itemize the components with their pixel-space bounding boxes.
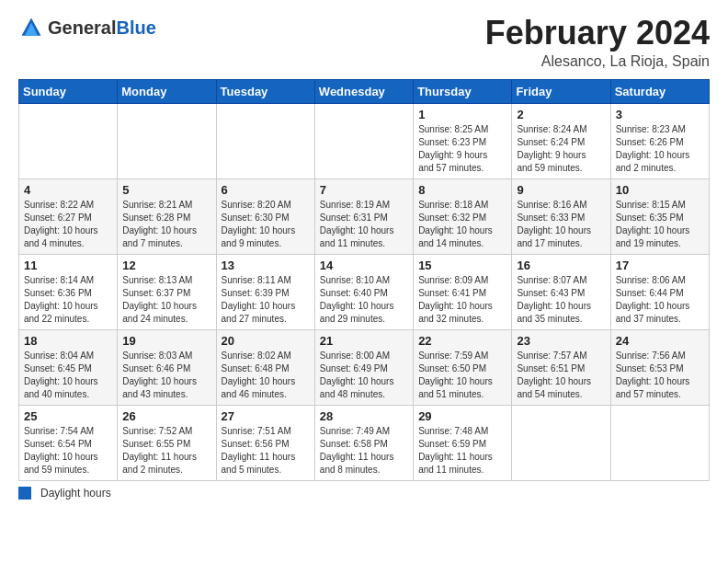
day-number: 19 bbox=[122, 334, 210, 348]
day-number: 23 bbox=[517, 334, 605, 348]
calendar-cell: 3Sunrise: 8:23 AM Sunset: 6:26 PM Daylig… bbox=[610, 103, 709, 178]
day-info: Sunrise: 8:06 AM Sunset: 6:44 PM Dayligh… bbox=[616, 274, 704, 326]
calendar-cell: 4Sunrise: 8:22 AM Sunset: 6:27 PM Daylig… bbox=[19, 178, 118, 254]
day-info: Sunrise: 7:48 AM Sunset: 6:59 PM Dayligh… bbox=[418, 425, 506, 477]
day-info: Sunrise: 8:04 AM Sunset: 6:45 PM Dayligh… bbox=[24, 350, 112, 401]
day-info: Sunrise: 8:11 AM Sunset: 6:39 PM Dayligh… bbox=[222, 274, 310, 326]
calendar-cell bbox=[512, 405, 610, 480]
day-header-thursday: Thursday bbox=[414, 79, 512, 103]
day-info: Sunrise: 8:10 AM Sunset: 6:40 PM Dayligh… bbox=[320, 274, 408, 326]
calendar-cell: 27Sunrise: 7:51 AM Sunset: 6:56 PM Dayli… bbox=[216, 405, 314, 480]
day-info: Sunrise: 7:49 AM Sunset: 6:58 PM Dayligh… bbox=[320, 425, 408, 477]
day-info: Sunrise: 8:15 AM Sunset: 6:35 PM Dayligh… bbox=[616, 199, 704, 250]
day-number: 10 bbox=[616, 183, 704, 197]
calendar-cell: 24Sunrise: 7:56 AM Sunset: 6:53 PM Dayli… bbox=[610, 329, 709, 405]
calendar-cell: 18Sunrise: 8:04 AM Sunset: 6:45 PM Dayli… bbox=[19, 329, 118, 405]
page: GeneralBlue February 2024 Alesanco, La R… bbox=[0, 0, 728, 563]
day-number: 15 bbox=[418, 259, 506, 272]
logo: GeneralBlue bbox=[18, 15, 156, 40]
day-info: Sunrise: 7:59 AM Sunset: 6:50 PM Dayligh… bbox=[418, 350, 506, 401]
day-info: Sunrise: 8:16 AM Sunset: 6:33 PM Dayligh… bbox=[517, 199, 605, 250]
day-number: 6 bbox=[222, 183, 310, 197]
calendar-cell bbox=[118, 103, 216, 178]
day-info: Sunrise: 8:03 AM Sunset: 6:46 PM Dayligh… bbox=[122, 350, 210, 401]
calendar-cell bbox=[19, 103, 118, 178]
calendar-cell: 11Sunrise: 8:14 AM Sunset: 6:36 PM Dayli… bbox=[19, 254, 118, 329]
calendar-cell: 5Sunrise: 8:21 AM Sunset: 6:28 PM Daylig… bbox=[118, 178, 216, 254]
day-number: 14 bbox=[320, 259, 408, 272]
calendar-cell: 17Sunrise: 8:06 AM Sunset: 6:44 PM Dayli… bbox=[610, 254, 709, 329]
calendar-cell: 25Sunrise: 7:54 AM Sunset: 6:54 PM Dayli… bbox=[19, 405, 118, 480]
calendar-cell: 9Sunrise: 8:16 AM Sunset: 6:33 PM Daylig… bbox=[512, 178, 610, 254]
day-number: 18 bbox=[24, 334, 112, 348]
day-info: Sunrise: 8:13 AM Sunset: 6:37 PM Dayligh… bbox=[122, 274, 210, 326]
day-header-tuesday: Tuesday bbox=[216, 79, 314, 103]
logo-blue-text: Blue bbox=[116, 17, 155, 38]
calendar-cell: 14Sunrise: 8:10 AM Sunset: 6:40 PM Dayli… bbox=[314, 254, 413, 329]
day-number: 22 bbox=[418, 334, 506, 348]
logo-general-text: General bbox=[48, 17, 116, 38]
calendar-cell: 16Sunrise: 8:07 AM Sunset: 6:43 PM Dayli… bbox=[512, 254, 610, 329]
calendar-table: SundayMondayTuesdayWednesdayThursdayFrid… bbox=[18, 79, 710, 481]
day-number: 9 bbox=[517, 183, 605, 197]
day-info: Sunrise: 8:09 AM Sunset: 6:41 PM Dayligh… bbox=[418, 274, 506, 326]
day-info: Sunrise: 8:00 AM Sunset: 6:49 PM Dayligh… bbox=[320, 350, 408, 401]
footer: Daylight hours bbox=[18, 487, 710, 500]
day-header-sunday: Sunday bbox=[19, 79, 118, 103]
calendar-cell: 13Sunrise: 8:11 AM Sunset: 6:39 PM Dayli… bbox=[216, 254, 314, 329]
day-header-monday: Monday bbox=[118, 79, 216, 103]
day-number: 11 bbox=[24, 259, 112, 272]
logo-icon bbox=[18, 15, 44, 40]
day-number: 21 bbox=[320, 334, 408, 348]
day-number: 2 bbox=[517, 108, 605, 121]
day-number: 12 bbox=[122, 259, 210, 272]
calendar-cell: 12Sunrise: 8:13 AM Sunset: 6:37 PM Dayli… bbox=[118, 254, 216, 329]
day-header-wednesday: Wednesday bbox=[314, 79, 413, 103]
day-info: Sunrise: 8:02 AM Sunset: 6:48 PM Dayligh… bbox=[222, 350, 310, 401]
day-header-friday: Friday bbox=[512, 79, 610, 103]
day-info: Sunrise: 7:57 AM Sunset: 6:51 PM Dayligh… bbox=[517, 350, 605, 401]
calendar-cell: 20Sunrise: 8:02 AM Sunset: 6:48 PM Dayli… bbox=[216, 329, 314, 405]
legend-label: Daylight hours bbox=[40, 487, 111, 500]
day-info: Sunrise: 8:25 AM Sunset: 6:23 PM Dayligh… bbox=[418, 123, 506, 175]
day-number: 20 bbox=[222, 334, 310, 348]
day-number: 4 bbox=[24, 183, 112, 197]
legend-box bbox=[18, 487, 31, 500]
day-number: 17 bbox=[616, 259, 704, 272]
day-number: 29 bbox=[418, 409, 506, 423]
day-number: 1 bbox=[418, 108, 506, 121]
calendar-cell: 10Sunrise: 8:15 AM Sunset: 6:35 PM Dayli… bbox=[610, 178, 709, 254]
day-info: Sunrise: 8:19 AM Sunset: 6:31 PM Dayligh… bbox=[320, 199, 408, 250]
location: Alesanco, La Rioja, Spain bbox=[485, 53, 710, 70]
calendar-cell: 19Sunrise: 8:03 AM Sunset: 6:46 PM Dayli… bbox=[118, 329, 216, 405]
day-info: Sunrise: 7:56 AM Sunset: 6:53 PM Dayligh… bbox=[616, 350, 704, 401]
calendar-cell: 8Sunrise: 8:18 AM Sunset: 6:32 PM Daylig… bbox=[414, 178, 512, 254]
day-info: Sunrise: 7:52 AM Sunset: 6:55 PM Dayligh… bbox=[122, 425, 210, 477]
day-info: Sunrise: 8:18 AM Sunset: 6:32 PM Dayligh… bbox=[418, 199, 506, 250]
calendar-cell: 6Sunrise: 8:20 AM Sunset: 6:30 PM Daylig… bbox=[216, 178, 314, 254]
calendar-cell bbox=[314, 103, 413, 178]
calendar-cell: 26Sunrise: 7:52 AM Sunset: 6:55 PM Dayli… bbox=[118, 405, 216, 480]
day-info: Sunrise: 8:23 AM Sunset: 6:26 PM Dayligh… bbox=[616, 123, 704, 175]
calendar-week-row: 4Sunrise: 8:22 AM Sunset: 6:27 PM Daylig… bbox=[19, 178, 710, 254]
day-number: 26 bbox=[122, 409, 210, 423]
calendar-cell: 29Sunrise: 7:48 AM Sunset: 6:59 PM Dayli… bbox=[414, 405, 512, 480]
day-number: 3 bbox=[616, 108, 704, 121]
day-number: 8 bbox=[418, 183, 506, 197]
calendar-week-row: 25Sunrise: 7:54 AM Sunset: 6:54 PM Dayli… bbox=[19, 405, 710, 480]
calendar-cell bbox=[610, 405, 709, 480]
month-title: February 2024 bbox=[485, 15, 710, 52]
calendar-cell bbox=[216, 103, 314, 178]
calendar-cell: 23Sunrise: 7:57 AM Sunset: 6:51 PM Dayli… bbox=[512, 329, 610, 405]
calendar-cell: 21Sunrise: 8:00 AM Sunset: 6:49 PM Dayli… bbox=[314, 329, 413, 405]
day-number: 5 bbox=[122, 183, 210, 197]
day-number: 28 bbox=[320, 409, 408, 423]
day-number: 13 bbox=[222, 259, 310, 272]
day-info: Sunrise: 7:54 AM Sunset: 6:54 PM Dayligh… bbox=[24, 425, 112, 477]
day-info: Sunrise: 8:22 AM Sunset: 6:27 PM Dayligh… bbox=[24, 199, 112, 250]
header: GeneralBlue February 2024 Alesanco, La R… bbox=[18, 15, 710, 70]
calendar-week-row: 1Sunrise: 8:25 AM Sunset: 6:23 PM Daylig… bbox=[19, 103, 710, 178]
calendar-week-row: 18Sunrise: 8:04 AM Sunset: 6:45 PM Dayli… bbox=[19, 329, 710, 405]
calendar-cell: 22Sunrise: 7:59 AM Sunset: 6:50 PM Dayli… bbox=[414, 329, 512, 405]
day-number: 7 bbox=[320, 183, 408, 197]
